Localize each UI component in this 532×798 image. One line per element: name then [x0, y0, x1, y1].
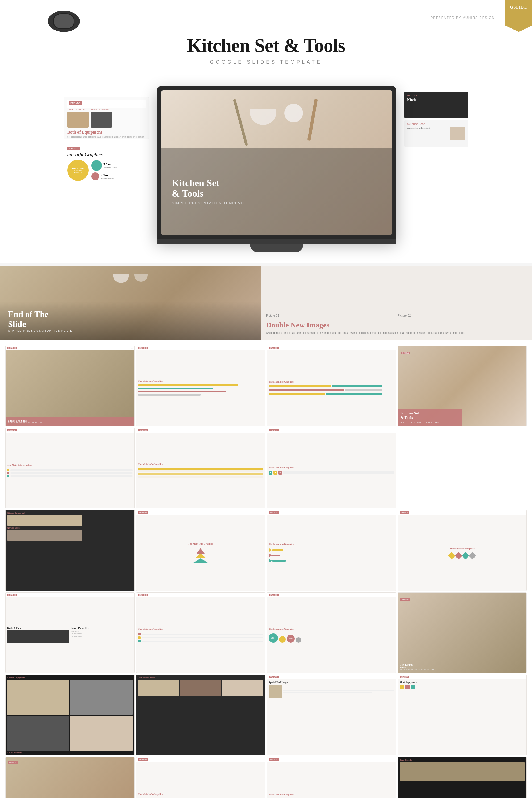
equip-img-3	[7, 716, 70, 751]
thumb-brand: BRANDS	[7, 347, 17, 349]
info-pre-9: The Main	[450, 547, 460, 550]
end-slide-title: End of The Slide	[8, 309, 253, 329]
pic2-label: THE PICTURE 002	[91, 108, 112, 111]
end-title-2: Slide	[8, 319, 26, 329]
info-bold-6: Info Graphics	[279, 466, 294, 469]
thumb-header-m3: BRANDS	[267, 757, 396, 762]
pic-group: THE PICTURE 001	[67, 108, 89, 128]
idea-2	[180, 680, 221, 696]
double-img-row: Picture 01 Picture 02	[266, 314, 527, 318]
large-sub: SIMPLE PRESENTATION TEMPLATE	[401, 421, 460, 423]
info-bold-m2: Info Graphics	[149, 793, 163, 796]
thumb-diamonds[interactable]: BRANDS The Main Info Graphics	[398, 510, 527, 590]
bar-e	[269, 393, 325, 395]
knife-img	[7, 630, 69, 643]
thumb-hero-large[interactable]: BRANDS Kitchen Set& Tools SIMPLE PRESENT…	[398, 345, 527, 426]
all-icon-1	[400, 685, 404, 689]
tool-line-2	[283, 691, 372, 693]
subtitle-line: GOOGLE SLIDES TEMPLATE	[16, 59, 516, 65]
info-bold-12: Info Graphics	[279, 627, 294, 630]
ideas-label: Both of New Ideas	[138, 677, 264, 679]
thumb-all-equipment[interactable]: BRANDS All of Equipment	[398, 674, 527, 755]
all-icons	[400, 685, 525, 689]
bubble-sublabel2: Foodlore	[72, 172, 84, 173]
thumb-end-slide[interactable]: BRANDS ■ End of The Slide SIMPLE PRESENT…	[5, 345, 135, 426]
idea-1	[138, 680, 179, 696]
thumb-brand-5: BRANDS	[138, 429, 148, 432]
pyramid-container	[193, 548, 209, 563]
bullet-1	[7, 469, 133, 471]
thumb-info-simple[interactable]: BRANDS The Main Info Graphics	[136, 592, 265, 673]
thumb-equipment-grid[interactable]: Kitchen Equipment Brown Equipment	[5, 674, 135, 755]
thumb-other-blends[interactable]: Other Blends	[398, 757, 527, 798]
stat2: 2.5m Twitter followers	[101, 173, 115, 180]
thumb-body-2: The Main Info Graphics	[136, 350, 265, 426]
equip-img-1	[7, 680, 70, 715]
laptop-title-line1: Kitchen Set	[172, 178, 220, 188]
thumb-new-ideas[interactable]: Both of New Ideas	[136, 674, 265, 755]
list-dot-3	[138, 640, 141, 642]
icon-2: ★	[273, 471, 277, 475]
equipment-title: Both of Equipment	[67, 130, 146, 135]
right-card-light: 001 PRODUCTS consectetur adipiscing	[404, 120, 468, 147]
info-title-pre: ain	[67, 152, 75, 157]
thumb-info-icons[interactable]: BRANDS The Main Info Graphics ▲ ★ ■	[267, 428, 396, 508]
info-pre-2: The Main	[138, 380, 149, 382]
paper-col: Empty Paper Here Type Here• A. TextsHere…	[71, 627, 133, 643]
bar-b	[332, 385, 382, 387]
thumb-info-table[interactable]: BRANDS The Main Info Graphics	[136, 428, 265, 508]
thumb-pyramid[interactable]: BRANDS The Main Info Graphics	[136, 510, 265, 590]
list-dot-1	[138, 633, 141, 635]
stat1-label: YouTube views	[103, 167, 117, 169]
thumb-body-9: The Main Info Graphics	[398, 515, 527, 590]
laptop-stand	[250, 244, 303, 252]
knife-label: Knife & Fork	[7, 627, 69, 629]
thumb-knife-fork[interactable]: BRANDS Knife & Fork Empty Paper Here Typ…	[5, 592, 135, 673]
thumb-title-9: The Main Info Graphics	[450, 547, 475, 550]
thumb-title-m2: The Main Info Graphics	[138, 793, 264, 796]
bar-group-2	[269, 385, 394, 396]
timer-inner	[53, 13, 75, 29]
preview-images-row: THE PICTURE 001 THE PICTURE 002	[67, 108, 146, 128]
thumb-num: ■	[131, 347, 132, 349]
bar-a	[269, 385, 331, 387]
double-new-panel: Picture 01 Picture 02 Double New Images …	[261, 266, 532, 340]
thumb-side-items[interactable]: Kitchen Equipment Named Books	[5, 510, 135, 590]
arrow-row-3	[269, 558, 394, 563]
thumb-info-2[interactable]: BRANDS The Main Info Graphics	[267, 345, 396, 426]
bullet-group	[7, 469, 133, 477]
thumb-title-5: The Main Info Graphics	[138, 463, 264, 466]
thumb-body-m2: The Main Info Graphics 14.6m	[136, 762, 265, 798]
diamond-3	[462, 552, 469, 559]
end-slide-panel: End of The Slide SIMPLE PRESENTATION TEM…	[0, 266, 261, 340]
thumb-info-main3[interactable]: BRANDS The Main Info Graphics	[267, 757, 396, 798]
thumb-info-circles[interactable]: BRANDS The Main Info Graphics 14.6m 2.5m	[267, 592, 396, 673]
thumb-title-11: The Main Info Graphics	[138, 627, 264, 630]
pic2-box	[91, 112, 112, 128]
thumb-info-1[interactable]: BRANDS The Main Info Graphics	[136, 345, 265, 426]
arrows-container	[269, 548, 394, 563]
pic1-label: THE PICTURE 001	[67, 108, 89, 111]
icon-row: ▲ ★ ■	[269, 471, 394, 475]
equip-label: Kitchen Equipment	[7, 677, 133, 679]
idea-3	[222, 680, 263, 696]
bar-2	[138, 387, 213, 389]
bar-f	[326, 393, 382, 395]
bar-group	[138, 384, 264, 396]
icon-line	[283, 471, 394, 474]
circles-row: 14.6m 2.5m	[269, 633, 394, 643]
dot-3	[7, 475, 9, 477]
table-group	[138, 468, 264, 478]
thumb-end-slides[interactable]: BRANDS The End of Slides SIMPLE PRESENTA…	[398, 592, 527, 673]
thumb-body-11: The Main Info Graphics	[136, 597, 265, 673]
thumb-arrows[interactable]: BRANDS The Main Info Graphics	[267, 510, 396, 590]
thumb-brand-m2: BRANDS	[138, 758, 148, 761]
thumb-info-main2[interactable]: BRANDS The Main Info Graphics 14.6m	[136, 757, 265, 798]
thumb-end-3[interactable]: BRANDS End of The Slide	[5, 757, 135, 798]
end-slide-sub: SIMPLE PRESENTATION TEMPLATE	[8, 329, 253, 332]
double-new-label: Double New Images	[266, 321, 527, 329]
tool-img-1	[269, 685, 282, 698]
thumb-info-bullets[interactable]: BRANDS The Main Info Graphics	[5, 428, 135, 508]
thumb-img: End of The Slide SIMPLE PRESENTATION TEM…	[5, 350, 134, 426]
thumb-tool-usage[interactable]: BRANDS Special Tool Usage	[267, 674, 396, 755]
